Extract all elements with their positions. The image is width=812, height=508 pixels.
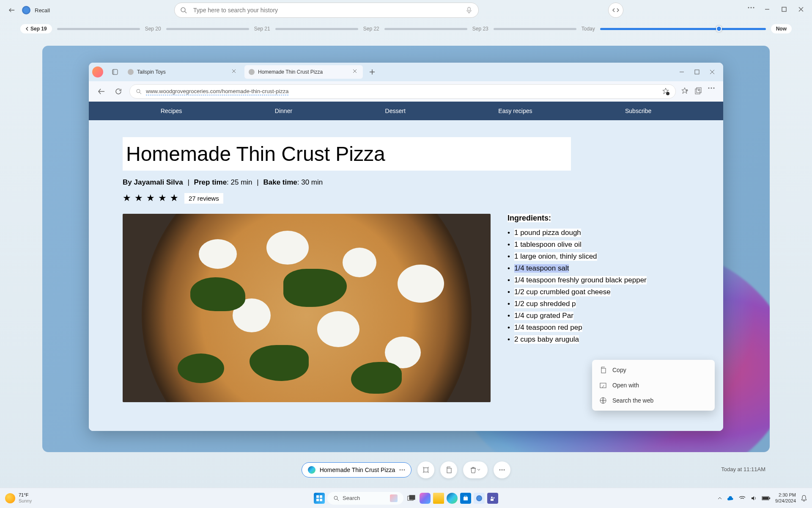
tray-volume-icon[interactable]	[751, 495, 757, 501]
crop-button[interactable]	[417, 461, 434, 478]
timeline-label: Sep 22	[363, 26, 379, 32]
context-open-with[interactable]: Open with	[595, 378, 712, 393]
profile-avatar[interactable]	[92, 66, 103, 77]
timeline-track[interactable]	[57, 28, 140, 30]
timeline[interactable]: Sep 19 Sep 20 Sep 21 Sep 22 Sep 23 Today…	[0, 20, 812, 37]
more-actions-button[interactable]	[494, 461, 510, 478]
code-button[interactable]	[608, 3, 623, 18]
favicon-icon	[249, 69, 255, 75]
svg-point-25	[502, 469, 503, 471]
nav-link[interactable]: Subscribe	[625, 108, 651, 114]
collections-icon[interactable]	[694, 87, 703, 96]
svg-rect-16	[601, 368, 606, 373]
explorer-icon[interactable]	[433, 493, 444, 504]
weather-widget[interactable]: 71°F Sunny	[5, 492, 32, 503]
copy-button[interactable]	[440, 461, 457, 478]
context-copy[interactable]: Copy	[595, 362, 712, 378]
star-icon: ★	[158, 193, 167, 204]
copilot-icon[interactable]	[420, 493, 431, 504]
tab-actions-icon[interactable]	[109, 66, 121, 78]
timeline-track[interactable]	[494, 28, 576, 30]
source-app-pill[interactable]: Homemade Thin Crust Pizza	[302, 462, 412, 478]
search-input[interactable]	[174, 3, 479, 18]
timeline-date-current[interactable]: Sep 19	[20, 24, 52, 33]
recall-taskbar-icon[interactable]	[474, 493, 485, 504]
url-bar[interactable]: www.woodgrovegroceries.com/homemade-thin…	[129, 84, 676, 99]
reviews-count[interactable]: 27 reviews	[184, 193, 223, 204]
svg-rect-5	[782, 7, 786, 11]
favorite-badge-icon[interactable]	[662, 88, 669, 95]
nav-link[interactable]: Easy recipes	[498, 108, 532, 114]
timeline-track[interactable]	[384, 28, 467, 30]
start-button[interactable]	[314, 493, 325, 504]
taskbar-search[interactable]: Search	[327, 492, 403, 505]
window-maximize-icon[interactable]	[694, 69, 700, 75]
delete-button[interactable]	[463, 461, 488, 478]
browser-tab-active[interactable]: Homemade Thin Crust Pizza	[244, 65, 363, 79]
timeline-track-active[interactable]	[600, 28, 766, 30]
timeline-now-button[interactable]: Now	[771, 24, 792, 33]
edge-icon	[308, 466, 315, 474]
search-icon	[180, 7, 187, 14]
star-icon: ★	[123, 193, 131, 204]
star-rating: ★ ★ ★ ★ ★★	[123, 193, 179, 204]
context-search-web[interactable]: Search the web	[595, 393, 712, 408]
tray-chevron-icon[interactable]	[718, 497, 722, 500]
back-button[interactable]	[7, 5, 17, 15]
browser-more-icon[interactable]	[708, 87, 716, 96]
window-minimize-icon[interactable]	[679, 69, 684, 75]
tray-onedrive-icon[interactable]	[727, 496, 734, 501]
nav-refresh-button[interactable]	[112, 86, 124, 97]
favicon-icon	[128, 69, 134, 75]
nav-back-button[interactable]	[96, 86, 107, 97]
svg-rect-8	[695, 70, 699, 74]
list-item: 1/4 teaspoon salt	[508, 262, 689, 274]
svg-point-0	[181, 8, 185, 12]
edge-taskbar-icon[interactable]	[447, 493, 458, 504]
store-icon[interactable]	[460, 493, 471, 504]
ingredients-list: 1 pound pizza dough 1 tablespoon olive o…	[508, 227, 689, 345]
search-highlight-icon	[390, 494, 398, 502]
microphone-icon[interactable]	[466, 7, 473, 14]
window-close-icon[interactable]	[710, 69, 715, 75]
teams-icon[interactable]	[487, 493, 498, 504]
globe-icon	[600, 397, 606, 404]
taskbar-clock[interactable]: 2:30 PM 9/24/2024	[775, 492, 796, 503]
nav-link[interactable]: Dinner	[275, 108, 292, 114]
svg-rect-7	[112, 69, 114, 75]
favorites-icon[interactable]	[681, 87, 689, 96]
maximize-icon[interactable]	[782, 7, 788, 14]
svg-rect-23	[447, 468, 451, 473]
svg-point-15	[713, 88, 715, 89]
timeline-track[interactable]	[166, 28, 249, 30]
url-text: www.woodgrovegroceries.com/homemade-thin…	[146, 88, 288, 95]
svg-point-14	[711, 88, 712, 89]
close-tab-icon[interactable]	[232, 69, 238, 75]
timeline-thumb[interactable]	[716, 26, 722, 32]
more-icon[interactable]	[748, 7, 754, 14]
chevron-left-icon	[25, 27, 29, 31]
minimize-icon[interactable]	[765, 7, 771, 14]
tray-wifi-icon[interactable]	[739, 496, 746, 501]
close-tab-icon[interactable]	[353, 69, 359, 75]
browser-tab-inactive[interactable]: Tailspin Toys	[123, 65, 242, 79]
svg-rect-11	[695, 89, 700, 94]
svg-rect-28	[320, 495, 322, 498]
notifications-icon[interactable]	[801, 495, 807, 502]
svg-rect-22	[424, 468, 428, 472]
svg-point-26	[504, 469, 505, 471]
close-icon[interactable]	[798, 7, 805, 14]
svg-point-21	[404, 469, 405, 471]
star-half-icon: ★★	[170, 193, 179, 204]
nav-link[interactable]: Recipes	[161, 108, 182, 114]
task-view-icon[interactable]	[406, 493, 417, 504]
timeline-track[interactable]	[275, 28, 358, 30]
tray-battery-icon[interactable]	[762, 496, 770, 500]
new-tab-button[interactable]	[365, 65, 379, 79]
nav-link[interactable]: Dessert	[385, 108, 406, 114]
list-item: 1 pound pizza dough	[508, 227, 689, 239]
taskbar[interactable]: 71°F Sunny Search 2:30 PM 9/24/2024	[0, 488, 812, 508]
article-meta: By Jayamali Silva | Prep time: 25 min | …	[123, 178, 689, 187]
svg-rect-1	[468, 7, 470, 11]
more-icon[interactable]	[399, 469, 405, 471]
